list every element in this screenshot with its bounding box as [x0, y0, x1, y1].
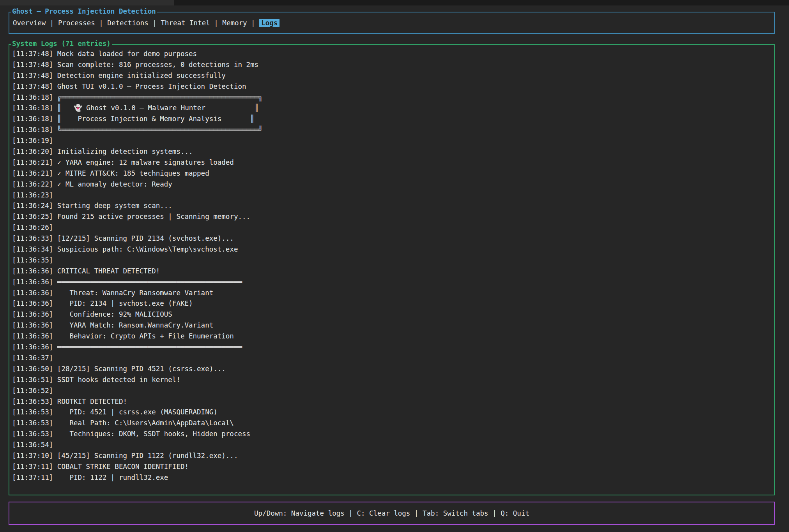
status-keybindings: Up/Down: Navigate logs | C: Clear logs |… [9, 502, 774, 524]
log-message: [12/215] Scanning PID 2134 (svchost.exe)… [57, 234, 234, 242]
log-message: SSDT hooks detected in kernel! [57, 376, 180, 384]
log-timestamp: [11:36:54] [12, 441, 53, 449]
log-line: [11:36:50][28/215] Scanning PID 4521 (cs… [12, 364, 772, 375]
log-message: ✓ ML anomaly detector: Ready [57, 180, 172, 188]
log-line: [11:36:25]Found 215 active processes | S… [12, 211, 772, 222]
tab-label: Logs [259, 19, 280, 27]
log-message: PID: 4521 | csrss.exe (MASQUERADING) [57, 408, 218, 416]
log-line: [11:36:53] PID: 4521 | csrss.exe (MASQUE… [12, 407, 772, 418]
tab-logs[interactable]: Logs | [259, 19, 280, 27]
log-line: [11:36:23] [12, 190, 772, 201]
log-timestamp: [11:36:52] [12, 387, 53, 395]
log-timestamp: [11:36:36] [12, 310, 53, 318]
tab-label: Threat Intel [161, 19, 210, 27]
tab-threat-intel[interactable]: Threat Intel | [161, 19, 222, 27]
log-message: Behavior: Crypto APIs + File Enumeration [57, 332, 234, 340]
log-timestamp: [11:36:36] [12, 267, 53, 275]
log-line: [11:36:18]╔═════════════════════════════… [12, 92, 772, 103]
log-line: [11:37:11]COBALT STRIKE BEACON IDENTIFIE… [12, 462, 772, 472]
log-timestamp: [11:36:34] [12, 245, 53, 253]
log-timestamp: [11:36:35] [12, 256, 53, 264]
log-message: PID: 2134 | svchost.exe (FAKE) [57, 299, 193, 307]
log-timestamp: [11:36:18] [12, 93, 53, 101]
log-message: ╚═══════════════════════════════════════… [57, 126, 263, 134]
tab-separator: | [210, 19, 223, 27]
log-timestamp: [11:36:33] [12, 234, 53, 242]
log-line: [11:36:19] [12, 136, 772, 146]
log-timestamp: [11:37:48] [12, 61, 53, 69]
log-line: [11:36:54] [12, 440, 772, 451]
log-message: Found 215 active processes | Scanning me… [57, 213, 250, 220]
log-timestamp: [11:36:36] [12, 332, 53, 340]
log-timestamp: [11:36:24] [12, 202, 53, 210]
log-timestamp: [11:37:48] [12, 50, 53, 58]
log-message: Suspicious path: C:\Windows\Temp\svchost… [57, 245, 238, 253]
log-line: [11:36:24]Starting deep system scan... [12, 201, 772, 211]
log-line: [11:37:48]Ghost TUI v0.1.0 — Process Inj… [12, 81, 772, 92]
log-timestamp: [11:36:18] [12, 126, 53, 134]
log-timestamp: [11:36:19] [12, 137, 53, 144]
log-message: ╔═══════════════════════════════════════… [57, 93, 263, 101]
log-message: [45/215] Scanning PID 1122 (rundll32.exe… [57, 452, 238, 460]
log-timestamp: [11:36:53] [12, 408, 53, 416]
log-line: [11:36:21]✓ YARA engine: 12 malware sign… [12, 157, 772, 168]
log-timestamp: [11:36:21] [12, 159, 53, 166]
log-line: [11:36:36]══════════════════════════════… [12, 342, 772, 353]
log-timestamp: [11:36:26] [12, 224, 53, 231]
log-message: ✓ YARA engine: 12 malware signatures loa… [57, 159, 234, 166]
log-timestamp: [11:37:11] [12, 474, 53, 481]
tab-detections[interactable]: Detections | [107, 19, 161, 27]
log-timestamp: [11:36:36] [12, 321, 53, 329]
log-timestamp: [11:36:53] [12, 398, 53, 405]
log-timestamp: [11:36:36] [12, 289, 53, 297]
log-line: [11:36:53]ROOTKIT DETECTED! [12, 396, 772, 407]
window-tab-bar: Ghost — Process Injection Detection Over… [9, 12, 775, 34]
log-line: [11:36:35] [12, 255, 772, 266]
tab-separator: | [95, 19, 108, 27]
log-timestamp: [11:37:48] [12, 72, 53, 79]
tab-memory[interactable]: Memory | [222, 19, 259, 27]
tab-overview[interactable]: Overview | [13, 19, 58, 27]
log-message: Threat: WannaCry Ransomware Variant [57, 289, 213, 297]
log-line: [11:36:37] [12, 353, 772, 364]
log-message: Ghost TUI v0.1.0 — Process Injection Det… [57, 83, 246, 90]
log-timestamp: [11:37:10] [12, 452, 53, 460]
log-line: [11:36:51]SSDT hooks detected in kernel! [12, 375, 772, 386]
log-message: ║ 👻 Ghost v0.1.0 — Malware Hunter ║ [57, 104, 259, 112]
log-line: [11:36:33][12/215] Scanning PID 2134 (sv… [12, 233, 772, 244]
tab-processes[interactable]: Processes | [58, 19, 107, 27]
tab-separator: | [247, 19, 260, 27]
log-message: ║ Process Injection & Memory Analysis ║ [57, 115, 255, 123]
log-message: PID: 1122 | rundll32.exe [57, 474, 168, 481]
background-strip-left [0, 0, 174, 5]
log-message: ✓ MITRE ATT&CK: 185 techniques mapped [57, 169, 209, 177]
log-line: [11:36:18]║ 👻 Ghost v0.1.0 — Malware Hun… [12, 103, 772, 114]
log-timestamp: [11:36:53] [12, 419, 53, 427]
log-message: ════════════════════════════════════════… [57, 278, 242, 286]
log-timestamp: [11:36:36] [12, 343, 53, 351]
log-timestamp: [11:37:11] [12, 463, 53, 470]
log-message: COBALT STRIKE BEACON IDENTIFIED! [57, 463, 189, 470]
log-timestamp: [11:36:51] [12, 376, 53, 384]
log-timestamp: [11:36:36] [12, 299, 53, 307]
tab-label: Memory [222, 19, 247, 27]
log-timestamp: [11:36:37] [12, 354, 53, 362]
tab-label: Overview [13, 19, 46, 27]
log-message: Starting deep system scan... [57, 202, 172, 210]
log-message: YARA Match: Ransom.WannaCry.Variant [57, 321, 213, 329]
log-message: CRITICAL THREAT DETECTED! [57, 267, 160, 275]
log-viewport[interactable]: [11:37:48]Mock data loaded for demo purp… [9, 45, 774, 495]
log-message: Initializing detection systems... [57, 148, 193, 155]
log-message: Detection engine initialized successfull… [57, 72, 226, 79]
log-line: [11:36:26] [12, 222, 772, 233]
log-line: [11:36:36]CRITICAL THREAT DETECTED! [12, 266, 772, 277]
log-message: ════════════════════════════════════════… [57, 343, 242, 351]
log-timestamp: [11:36:21] [12, 169, 53, 177]
log-line: [11:36:18]╚═════════════════════════════… [12, 125, 772, 136]
log-timestamp: [11:36:36] [12, 278, 53, 286]
log-line: [11:36:52] [12, 386, 772, 396]
log-line: [11:36:36]══════════════════════════════… [12, 277, 772, 288]
log-line: [11:37:48]Detection engine initialized s… [12, 70, 772, 81]
log-line: [11:36:34]Suspicious path: C:\Windows\Te… [12, 244, 772, 255]
log-line: [11:36:36] Confidence: 92% MALICIOUS [12, 309, 772, 320]
